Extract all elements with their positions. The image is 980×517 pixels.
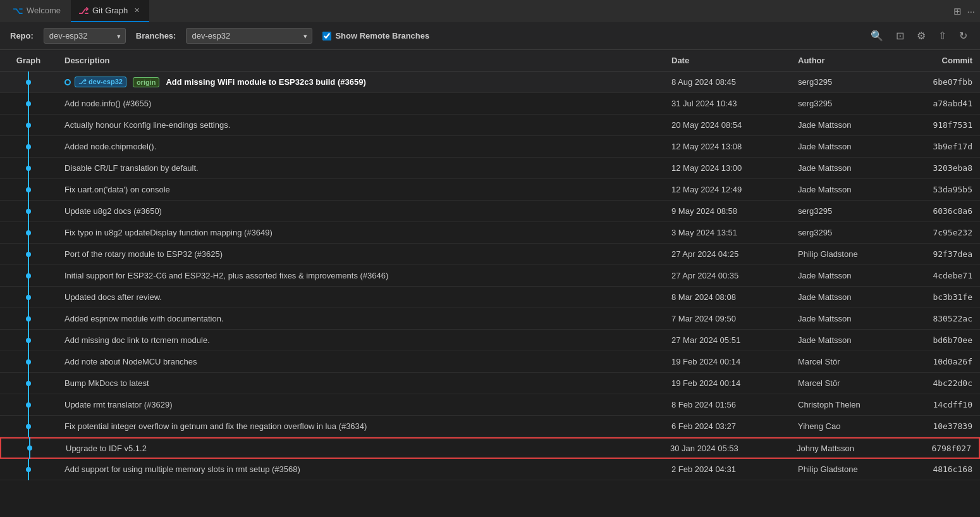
commit-cell: 92f37dea xyxy=(904,249,980,259)
commit-cell: bc3b31fe xyxy=(904,292,980,302)
commit-cell: 6be07fbb xyxy=(904,77,980,87)
table-row[interactable]: Add note about NodeMCU branches19 Feb 20… xyxy=(0,351,980,373)
tab-git-graph-label: Git Graph xyxy=(92,6,128,15)
author-cell: serg3295 xyxy=(790,206,904,216)
description-text: Update rmt translator (#3629) xyxy=(57,400,664,409)
date-cell: 6 Feb 2024 03:27 xyxy=(664,421,790,431)
table-row[interactable]: Update rmt translator (#3629)8 Feb 2024 … xyxy=(0,394,980,416)
description-text: Add note about NodeMCU branches xyxy=(57,357,664,366)
author-cell: Yiheng Cao xyxy=(790,421,904,431)
graph-cell xyxy=(1,437,58,459)
date-cell: 2 Feb 2024 04:31 xyxy=(664,464,790,474)
repo-select[interactable]: dev-esp32 xyxy=(44,28,126,44)
terminal-button[interactable]: ⊡ xyxy=(893,27,907,44)
author-cell: Jade Mattsson xyxy=(790,292,904,302)
tab-welcome[interactable]: ⌥ Welcome xyxy=(5,0,68,22)
fetch-button[interactable]: ⇧ xyxy=(936,27,949,44)
description-text: Add missing doc link to rtcmem module. xyxy=(57,335,664,345)
settings-button[interactable]: ⚙ xyxy=(914,27,928,44)
branches-select[interactable]: dev-esp32 xyxy=(186,28,312,44)
table-row[interactable]: Bump MkDocs to latest19 Feb 2024 00:14Ma… xyxy=(0,373,980,394)
header-graph: Graph xyxy=(0,56,57,65)
graph-cell xyxy=(0,265,57,287)
table-row[interactable]: Fix typo in u8g2 updateDisplay function … xyxy=(0,222,980,244)
show-remote-wrapper: Show Remote Branches xyxy=(322,31,429,40)
search-button[interactable]: 🔍 xyxy=(868,27,886,44)
refresh-button[interactable]: ↻ xyxy=(957,27,970,44)
date-cell: 12 May 2024 13:08 xyxy=(664,142,790,151)
author-cell: Jade Mattsson xyxy=(790,271,904,280)
description-text: Add node.info() (#3655) xyxy=(57,99,664,108)
author-cell: Jade Mattsson xyxy=(790,120,904,130)
commit-cell: 53da95b5 xyxy=(904,185,980,194)
graph-cell xyxy=(0,459,57,480)
commit-cell: 10d0a26f xyxy=(904,357,980,366)
description-cell: ⎇ dev-esp32originAdd missing WiFi module… xyxy=(57,77,664,87)
author-cell: Marcel Stör xyxy=(790,378,904,388)
author-cell: Christoph Thelen xyxy=(790,400,904,409)
table-row[interactable]: Disable CR/LF translation by default.12 … xyxy=(0,158,980,179)
title-bar: ⌥ Welcome ⎇ Git Graph ✕ ⊞ ··· xyxy=(0,0,980,22)
graph-cell xyxy=(0,222,57,244)
tab-welcome-label: Welcome xyxy=(27,6,61,15)
description-text: Add missing WiFi module to ESP32c3 build… xyxy=(166,77,365,87)
date-cell: 30 Jan 2024 05:53 xyxy=(663,444,789,453)
date-cell: 12 May 2024 12:49 xyxy=(664,185,790,194)
table-row[interactable]: Upgrade to IDF v5.1.230 Jan 2024 05:53Jo… xyxy=(0,437,980,459)
description-text: Updated docs after review. xyxy=(57,292,664,302)
author-cell: Jade Mattsson xyxy=(790,335,904,345)
date-cell: 7 Mar 2024 09:50 xyxy=(664,314,790,323)
table-row[interactable]: Add missing doc link to rtcmem module.27… xyxy=(0,330,980,351)
graph-cell xyxy=(0,136,57,158)
commit-cell: 3b9ef17d xyxy=(904,142,980,151)
commit-cell: 3203eba8 xyxy=(904,163,980,173)
split-editor-icon[interactable]: ⊞ xyxy=(953,6,962,17)
author-cell: serg3295 xyxy=(790,228,904,237)
date-cell: 9 May 2024 08:58 xyxy=(664,206,790,216)
show-remote-checkbox[interactable] xyxy=(322,32,331,40)
table-row[interactable]: Added espnow module with documentation.7… xyxy=(0,308,980,330)
commit-cell: 14cdff10 xyxy=(904,400,980,409)
description-text: Fix potential integer overflow in getnum… xyxy=(57,421,664,431)
graph-cell xyxy=(0,373,57,394)
commit-cell: a78abd41 xyxy=(904,99,980,108)
table-row[interactable]: Actually honour Kconfig line-endings set… xyxy=(0,115,980,136)
description-text: Fix uart.on('data') on console xyxy=(57,185,664,194)
graph-cell xyxy=(0,416,57,437)
table-row[interactable]: Update u8g2 docs (#3650)9 May 2024 08:58… xyxy=(0,201,980,222)
more-actions-icon[interactable]: ··· xyxy=(967,6,975,16)
table-row[interactable]: Updated docs after review.8 Mar 2024 08:… xyxy=(0,287,980,308)
author-cell: serg3295 xyxy=(790,77,904,87)
table-body: ⎇ dev-esp32originAdd missing WiFi module… xyxy=(0,72,980,517)
date-cell: 3 May 2024 13:51 xyxy=(664,228,790,237)
description-text: Update u8g2 docs (#3650) xyxy=(57,206,664,216)
title-bar-right: ⊞ ··· xyxy=(953,6,975,17)
author-cell: Philip Gladstone xyxy=(790,249,904,259)
commit-cell: 918f7531 xyxy=(904,120,980,130)
table-row[interactable]: Fix potential integer overflow in getnum… xyxy=(0,416,980,437)
graph-cell xyxy=(0,287,57,308)
description-text: Actually honour Kconfig line-endings set… xyxy=(57,120,664,130)
graph-cell xyxy=(0,201,57,222)
commit-cell: 7c95e232 xyxy=(904,228,980,237)
graph-cell xyxy=(0,330,57,351)
repo-label: Repo: xyxy=(10,31,34,40)
description-text: Fix typo in u8g2 updateDisplay function … xyxy=(57,228,664,237)
author-cell: Philip Gladstone xyxy=(790,464,904,474)
author-cell: Jade Mattsson xyxy=(790,185,904,194)
commit-cell: 10e37839 xyxy=(904,421,980,431)
table-row[interactable]: Port of the rotary module to ESP32 (#362… xyxy=(0,244,980,265)
tab-close-button[interactable]: ✕ xyxy=(132,6,142,16)
table-row[interactable]: ⎇ dev-esp32originAdd missing WiFi module… xyxy=(0,72,980,93)
author-cell: Johny Mattsson xyxy=(789,444,903,453)
table-row[interactable]: Initial support for ESP32-C6 and ESP32-H… xyxy=(0,265,980,287)
description-text: Disable CR/LF translation by default. xyxy=(57,163,664,173)
author-cell: Marcel Stör xyxy=(790,357,904,366)
table-row[interactable]: Add node.info() (#3655)31 Jul 2024 10:43… xyxy=(0,93,980,115)
table-row[interactable]: Added node.chipmodel().12 May 2024 13:08… xyxy=(0,136,980,158)
tab-git-graph[interactable]: ⎇ Git Graph ✕ xyxy=(71,0,149,22)
table-row[interactable]: Add support for using multiple memory sl… xyxy=(0,459,980,480)
table-row[interactable]: Fix uart.on('data') on console12 May 202… xyxy=(0,179,980,201)
graph-cell xyxy=(0,394,57,416)
author-cell: Jade Mattsson xyxy=(790,314,904,323)
